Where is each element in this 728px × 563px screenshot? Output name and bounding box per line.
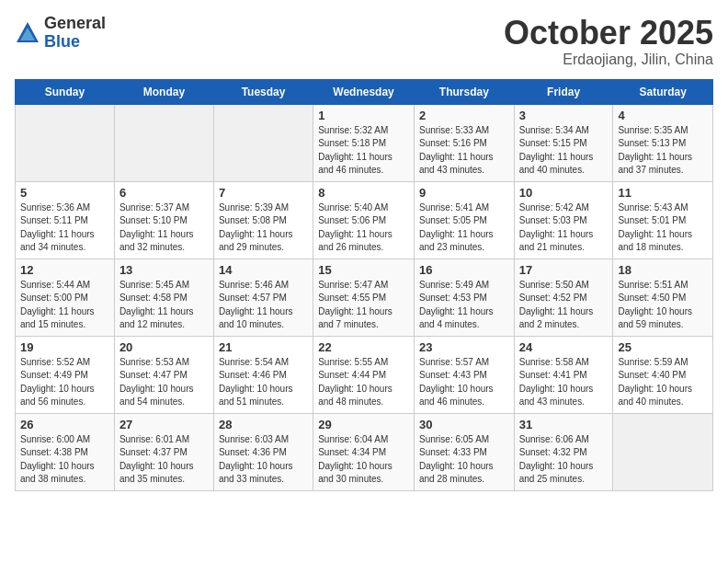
day-info: Sunrise: 5:51 AM Sunset: 4:50 PM Dayligh… <box>618 279 708 332</box>
day-cell: 30Sunrise: 6:05 AM Sunset: 4:33 PM Dayli… <box>414 413 514 490</box>
day-cell: 18Sunrise: 5:51 AM Sunset: 4:50 PM Dayli… <box>613 259 713 336</box>
day-number: 19 <box>20 340 109 354</box>
day-cell: 2Sunrise: 5:33 AM Sunset: 5:16 PM Daylig… <box>414 104 514 181</box>
day-number: 5 <box>20 186 109 200</box>
day-number: 25 <box>618 340 708 354</box>
day-number: 28 <box>219 418 308 431</box>
day-cell: 31Sunrise: 6:06 AM Sunset: 4:32 PM Dayli… <box>514 413 613 490</box>
day-cell <box>613 413 713 490</box>
day-number: 12 <box>20 263 109 277</box>
day-cell: 27Sunrise: 6:01 AM Sunset: 4:37 PM Dayli… <box>114 413 213 490</box>
logo-blue: Blue <box>44 33 106 52</box>
header-row: SundayMondayTuesdayWednesdayThursdayFrid… <box>16 79 713 104</box>
day-info: Sunrise: 5:45 AM Sunset: 4:58 PM Dayligh… <box>119 279 209 332</box>
logo: General Blue <box>15 15 106 52</box>
day-number: 29 <box>318 418 409 431</box>
calendar-header: SundayMondayTuesdayWednesdayThursdayFrid… <box>16 79 713 104</box>
day-info: Sunrise: 5:39 AM Sunset: 5:08 PM Dayligh… <box>219 201 308 255</box>
day-number: 31 <box>519 418 609 431</box>
day-info: Sunrise: 5:50 AM Sunset: 4:52 PM Dayligh… <box>519 279 609 332</box>
day-number: 30 <box>419 418 509 431</box>
day-info: Sunrise: 6:00 AM Sunset: 4:38 PM Dayligh… <box>20 433 109 487</box>
week-row-3: 12Sunrise: 5:44 AM Sunset: 5:00 PM Dayli… <box>16 259 713 336</box>
day-number: 14 <box>219 263 308 277</box>
day-cell: 13Sunrise: 5:45 AM Sunset: 4:58 PM Dayli… <box>114 259 213 336</box>
day-info: Sunrise: 6:06 AM Sunset: 4:32 PM Dayligh… <box>519 433 609 487</box>
day-number: 24 <box>519 340 609 354</box>
day-number: 6 <box>119 186 209 200</box>
day-info: Sunrise: 5:40 AM Sunset: 5:06 PM Dayligh… <box>318 201 409 255</box>
day-cell: 10Sunrise: 5:42 AM Sunset: 5:03 PM Dayli… <box>514 181 613 259</box>
day-number: 8 <box>318 186 409 200</box>
week-row-1: 1Sunrise: 5:32 AM Sunset: 5:18 PM Daylig… <box>16 104 713 181</box>
day-cell: 7Sunrise: 5:39 AM Sunset: 5:08 PM Daylig… <box>213 181 313 259</box>
day-number: 21 <box>219 340 308 354</box>
day-number: 17 <box>519 263 609 277</box>
calendar-body: 1Sunrise: 5:32 AM Sunset: 5:18 PM Daylig… <box>16 104 713 490</box>
day-info: Sunrise: 5:53 AM Sunset: 4:47 PM Dayligh… <box>119 356 209 409</box>
day-cell: 12Sunrise: 5:44 AM Sunset: 5:00 PM Dayli… <box>16 259 115 336</box>
day-cell: 1Sunrise: 5:32 AM Sunset: 5:18 PM Daylig… <box>313 104 415 181</box>
day-info: Sunrise: 6:05 AM Sunset: 4:33 PM Dayligh… <box>419 433 509 487</box>
day-number: 9 <box>419 186 509 200</box>
day-info: Sunrise: 5:47 AM Sunset: 4:55 PM Dayligh… <box>318 279 409 332</box>
day-cell: 23Sunrise: 5:57 AM Sunset: 4:43 PM Dayli… <box>414 336 514 413</box>
day-info: Sunrise: 5:46 AM Sunset: 4:57 PM Dayligh… <box>219 279 308 332</box>
location: Erdaojiang, Jilin, China <box>504 52 713 68</box>
day-cell: 21Sunrise: 5:54 AM Sunset: 4:46 PM Dayli… <box>213 336 313 413</box>
day-cell: 6Sunrise: 5:37 AM Sunset: 5:10 PM Daylig… <box>114 181 213 259</box>
month-title: October 2025 <box>504 15 713 52</box>
day-cell: 8Sunrise: 5:40 AM Sunset: 5:06 PM Daylig… <box>313 181 415 259</box>
day-cell: 26Sunrise: 6:00 AM Sunset: 4:38 PM Dayli… <box>16 413 115 490</box>
day-number: 18 <box>618 263 708 277</box>
day-cell <box>213 104 313 181</box>
day-info: Sunrise: 5:55 AM Sunset: 4:44 PM Dayligh… <box>318 356 409 409</box>
day-number: 15 <box>318 263 409 277</box>
day-cell: 25Sunrise: 5:59 AM Sunset: 4:40 PM Dayli… <box>613 336 713 413</box>
week-row-2: 5Sunrise: 5:36 AM Sunset: 5:11 PM Daylig… <box>16 181 713 259</box>
day-info: Sunrise: 5:33 AM Sunset: 5:16 PM Dayligh… <box>419 124 509 178</box>
header-cell-tuesday: Tuesday <box>213 79 313 104</box>
day-info: Sunrise: 5:36 AM Sunset: 5:11 PM Dayligh… <box>20 201 109 255</box>
header-cell-wednesday: Wednesday <box>313 79 415 104</box>
day-info: Sunrise: 6:03 AM Sunset: 4:36 PM Dayligh… <box>219 433 308 487</box>
day-cell: 9Sunrise: 5:41 AM Sunset: 5:05 PM Daylig… <box>414 181 514 259</box>
day-cell: 11Sunrise: 5:43 AM Sunset: 5:01 PM Dayli… <box>613 181 713 259</box>
day-info: Sunrise: 5:42 AM Sunset: 5:03 PM Dayligh… <box>519 201 609 255</box>
day-number: 7 <box>219 186 308 200</box>
day-cell: 17Sunrise: 5:50 AM Sunset: 4:52 PM Dayli… <box>514 259 613 336</box>
day-number: 4 <box>618 109 708 122</box>
week-row-5: 26Sunrise: 6:00 AM Sunset: 4:38 PM Dayli… <box>16 413 713 490</box>
day-info: Sunrise: 5:37 AM Sunset: 5:10 PM Dayligh… <box>119 201 209 255</box>
day-cell: 5Sunrise: 5:36 AM Sunset: 5:11 PM Daylig… <box>16 181 115 259</box>
header-cell-sunday: Sunday <box>16 79 115 104</box>
day-info: Sunrise: 5:41 AM Sunset: 5:05 PM Dayligh… <box>419 201 509 255</box>
day-number: 13 <box>119 263 209 277</box>
logo-general: General <box>44 15 106 33</box>
day-cell: 22Sunrise: 5:55 AM Sunset: 4:44 PM Dayli… <box>313 336 415 413</box>
header-cell-friday: Friday <box>514 79 613 104</box>
day-info: Sunrise: 5:32 AM Sunset: 5:18 PM Dayligh… <box>318 124 409 178</box>
day-cell: 14Sunrise: 5:46 AM Sunset: 4:57 PM Dayli… <box>213 259 313 336</box>
day-number: 22 <box>318 340 409 354</box>
logo-icon <box>15 20 40 46</box>
header-cell-monday: Monday <box>114 79 213 104</box>
day-cell: 3Sunrise: 5:34 AM Sunset: 5:15 PM Daylig… <box>514 104 613 181</box>
day-info: Sunrise: 5:54 AM Sunset: 4:46 PM Dayligh… <box>219 356 308 409</box>
day-cell: 28Sunrise: 6:03 AM Sunset: 4:36 PM Dayli… <box>213 413 313 490</box>
day-number: 23 <box>419 340 509 354</box>
day-number: 1 <box>318 109 409 122</box>
day-info: Sunrise: 5:59 AM Sunset: 4:40 PM Dayligh… <box>618 356 708 409</box>
day-info: Sunrise: 5:58 AM Sunset: 4:41 PM Dayligh… <box>519 356 609 409</box>
day-cell: 16Sunrise: 5:49 AM Sunset: 4:53 PM Dayli… <box>414 259 514 336</box>
day-info: Sunrise: 6:04 AM Sunset: 4:34 PM Dayligh… <box>318 433 409 487</box>
day-number: 16 <box>419 263 509 277</box>
day-number: 2 <box>419 109 509 122</box>
header-cell-saturday: Saturday <box>613 79 713 104</box>
week-row-4: 19Sunrise: 5:52 AM Sunset: 4:49 PM Dayli… <box>16 336 713 413</box>
day-info: Sunrise: 6:01 AM Sunset: 4:37 PM Dayligh… <box>119 433 209 487</box>
day-cell: 19Sunrise: 5:52 AM Sunset: 4:49 PM Dayli… <box>16 336 115 413</box>
calendar-table: SundayMondayTuesdayWednesdayThursdayFrid… <box>15 79 713 491</box>
day-cell: 4Sunrise: 5:35 AM Sunset: 5:13 PM Daylig… <box>613 104 713 181</box>
header-cell-thursday: Thursday <box>414 79 514 104</box>
